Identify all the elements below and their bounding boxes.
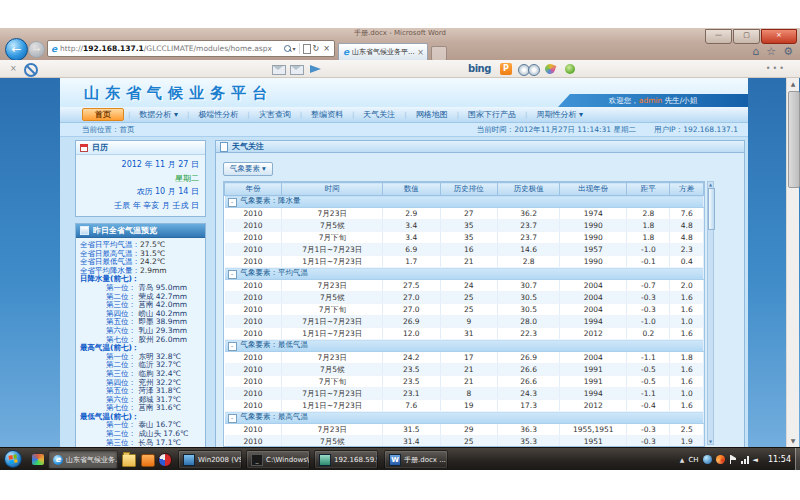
stop-icon[interactable]: × (323, 44, 330, 53)
compatibility-view-icon[interactable] (303, 44, 311, 54)
maximize-button[interactable]: ▢ (733, 29, 760, 44)
table-cell: -0.5 (627, 364, 670, 376)
scrollbar-down-icon[interactable]: ▼ (787, 435, 799, 447)
element-filter-button[interactable]: 气象要素 ▾ (223, 162, 273, 176)
quicklaunch-icon[interactable] (32, 454, 44, 465)
table-cell: 24.3 (498, 388, 560, 400)
nav-item-5[interactable]: 天气关注 (354, 107, 404, 122)
search-icon[interactable] (284, 45, 291, 52)
table-cell: 25 (440, 292, 497, 304)
collapse-icon[interactable]: - (228, 198, 237, 207)
panel-doc-icon (220, 142, 228, 152)
fox-tray-icon[interactable] (716, 455, 725, 464)
table-cell: 12.0 (383, 328, 440, 340)
group-header-row[interactable]: -气象要素：最低气温 (225, 340, 704, 352)
bing-badge-icon[interactable]: P (500, 63, 512, 75)
tab-close-icon[interactable]: × (417, 48, 424, 57)
taskbar-ie-button[interactable]: e 山东省气候业务... (48, 450, 118, 469)
table-cell: 0.2 (627, 328, 670, 340)
network-icon[interactable] (741, 456, 749, 464)
table-cell: 27.0 (383, 292, 440, 304)
table-cell: -0.4 (627, 400, 670, 412)
scrollbar-thumb[interactable] (788, 91, 800, 188)
table-cell: 1990 (560, 256, 627, 268)
nav-item-0[interactable]: 首页 (82, 108, 124, 121)
taskbar-app-button-0[interactable]: Win2008 (VS2... (178, 450, 242, 469)
taskbar-clock[interactable]: 11:54 (768, 448, 791, 471)
group-header-row[interactable]: -气象要素：最高气温 (225, 412, 704, 424)
column-header-5: 出现年份 (560, 183, 627, 196)
home-icon[interactable]: ⌂ (752, 45, 759, 58)
table-cell: 1.8 (670, 352, 704, 364)
browser-tab[interactable]: e 山东省气候业务平... × (338, 43, 428, 60)
language-indicator[interactable]: CH (688, 456, 698, 464)
explorer-folder-icon[interactable] (122, 454, 136, 467)
nav-item-4[interactable]: 整编资料 (302, 107, 352, 122)
refresh-icon[interactable]: ↻ (313, 44, 320, 53)
table-cell: 2010 (225, 220, 282, 232)
table-cell: 31 (440, 328, 497, 340)
clover-icon[interactable] (565, 64, 575, 74)
command-bar: × bing P ••• (0, 60, 800, 78)
taskbar-app-button-2[interactable]: 192.168.59.99... (314, 450, 378, 469)
minimize-button[interactable]: — (705, 29, 732, 44)
table-cell: -1.0 (627, 244, 670, 256)
table-row: 20101月1日~7月23日1.7212.81990-0.10.4 (225, 256, 704, 268)
blocked-circle-icon[interactable] (24, 63, 38, 77)
nav-item-1[interactable]: 数据分析 ▾ (130, 107, 187, 122)
table-cell: -0.3 (627, 436, 670, 448)
browser-scrollbar[interactable]: ▲ ▼ (786, 78, 799, 447)
forward-button[interactable]: → (28, 41, 45, 58)
media-player-icon[interactable] (158, 453, 172, 467)
favorites-star-icon[interactable]: ☆ (766, 45, 776, 58)
scroll-up-icon[interactable]: ▲ (708, 182, 713, 187)
taskbar-app-button-1[interactable]: _C:\Windows\s... (246, 450, 310, 469)
table-cell: 3.4 (383, 232, 440, 244)
address-bar[interactable]: e http://192.168.137.1/GLCCLIMATE/module… (47, 40, 335, 57)
mail-icon[interactable] (290, 65, 304, 75)
column-header-6: 距平 (627, 183, 670, 196)
group-header-row[interactable]: -气象要素：降水量 (225, 196, 704, 208)
url-text[interactable]: http://192.168.137.1/GLCCLIMATE/modules/… (60, 44, 283, 53)
action-center-flag-icon[interactable] (729, 455, 737, 464)
close-toolbar-icon[interactable]: × (10, 64, 17, 73)
scroll-down-icon[interactable]: ▼ (708, 439, 713, 444)
orange-app-icon[interactable] (141, 454, 155, 467)
start-button[interactable] (4, 450, 22, 468)
show-desktop-button[interactable] (795, 448, 800, 471)
nav-item-8[interactable]: 周期性分析 ▾ (527, 107, 592, 122)
table-cell: 1994 (560, 388, 627, 400)
group-header-row[interactable]: -气象要素：平均气温 (225, 268, 704, 280)
nav-item-6[interactable]: 网格地图 (407, 107, 457, 122)
nav-item-7[interactable]: 国家下行产品 (459, 107, 525, 122)
bing-logo[interactable]: bing (468, 63, 491, 74)
bird-icon[interactable] (544, 63, 557, 76)
tools-gear-icon[interactable]: ⚙ (783, 45, 793, 58)
panel-scrollbar-thumb[interactable] (708, 188, 715, 230)
table-cell: 1月1日~7月23日 (282, 256, 383, 268)
table-cell: -0.3 (627, 292, 670, 304)
collapse-icon[interactable]: - (228, 270, 237, 279)
nav-item-3[interactable]: 灾害查询 (250, 107, 300, 122)
mail-icon[interactable] (272, 65, 286, 75)
ime-ball-icon[interactable] (703, 455, 712, 464)
back-button[interactable]: ← (5, 38, 28, 61)
close-button[interactable]: × (761, 29, 797, 44)
send-icon[interactable] (310, 65, 321, 73)
main-nav: 首页|数据分析 ▾|极端性分析|灾害查询|整编资料|天气关注|网格地图|国家下行… (60, 107, 748, 123)
more-options-icon[interactable]: ••• (766, 64, 786, 73)
table-cell: 2.3 (670, 244, 704, 256)
collapse-icon[interactable]: - (228, 414, 237, 423)
scrollbar-up-icon[interactable]: ▲ (787, 78, 799, 90)
weather-table: 年份时间数值历史排位历史极值出现年份距平方差 -气象要素：降水量20107月23… (224, 182, 704, 447)
panel-scrollbar[interactable]: ▲ ▼ (707, 181, 714, 445)
taskbar-app-button-3[interactable]: W手册.docx ... (384, 450, 448, 469)
disc-icon[interactable] (528, 64, 540, 76)
nav-item-2[interactable]: 极端性分析 (189, 107, 247, 122)
new-tab-button[interactable] (431, 46, 447, 61)
collapse-icon[interactable]: - (228, 342, 237, 351)
ganzhi-date: 壬辰 年 辛亥 月 壬戌 日 (78, 199, 199, 213)
dropdown-caret-icon[interactable]: ▾ (293, 45, 296, 52)
hidden-icons-arrow[interactable]: ▲ (680, 456, 685, 463)
volume-icon[interactable]: ◄ (753, 456, 758, 464)
